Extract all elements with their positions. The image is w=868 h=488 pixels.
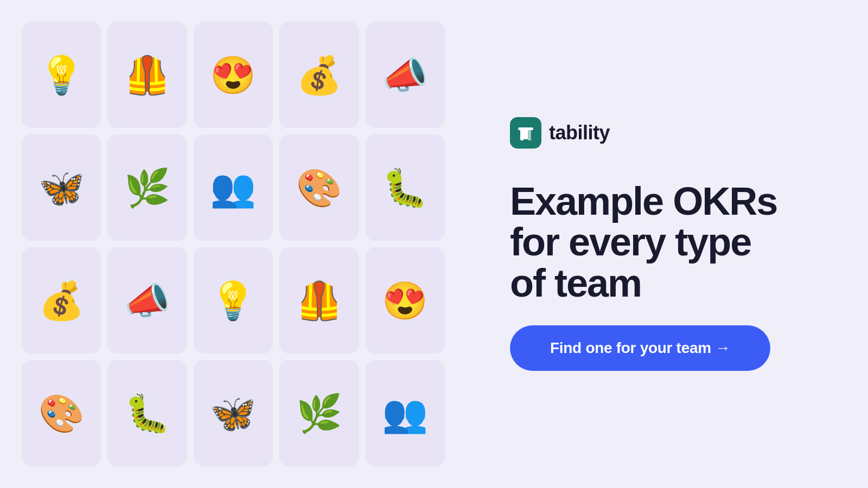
emoji-cell: 😍 bbox=[366, 247, 445, 354]
emoji-cell: 👥 bbox=[366, 360, 445, 466]
emoji-cell: 🦋 bbox=[194, 360, 273, 466]
emoji-cell: 🐛 bbox=[366, 134, 445, 241]
emoji-cell: 🦺 bbox=[107, 22, 187, 128]
headline-line1: Example OKRs bbox=[510, 181, 825, 222]
emoji-cell: 🦺 bbox=[279, 247, 359, 354]
logo-area: tability bbox=[510, 117, 825, 149]
emoji-cell: 💰 bbox=[279, 22, 359, 128]
find-team-button[interactable]: Find one for your team → bbox=[510, 325, 770, 371]
emoji-cell: 🎨 bbox=[279, 134, 359, 241]
headline: Example OKRs for every type of team bbox=[510, 181, 825, 304]
emoji-cell: 👥 bbox=[194, 134, 273, 241]
emoji-cell: 💰 bbox=[22, 247, 101, 354]
emoji-cell: 🎨 bbox=[22, 360, 101, 466]
emoji-cell: 🐛 bbox=[107, 360, 187, 466]
emoji-cell: 🦋 bbox=[22, 134, 101, 241]
emoji-cell: 😍 bbox=[194, 22, 273, 128]
emoji-cell: 📣 bbox=[366, 22, 445, 128]
emoji-cell: 💡 bbox=[22, 22, 101, 128]
right-panel: tability Example OKRs for every type of … bbox=[467, 0, 868, 488]
tability-logo-icon bbox=[510, 117, 541, 149]
svg-rect-1 bbox=[524, 127, 528, 139]
emoji-cell: 💡 bbox=[194, 247, 273, 354]
logo-text: tability bbox=[549, 121, 610, 144]
emoji-cell: 📣 bbox=[107, 247, 187, 354]
headline-line3: of team bbox=[510, 263, 825, 304]
emoji-cell: 🌿 bbox=[279, 360, 359, 466]
emoji-cell: 🌿 bbox=[107, 134, 187, 241]
emoji-grid: 💡 🦺 😍 💰 📣 🦋 🌿 👥 🎨 🐛 💰 📣 💡 🦺 😍 🎨 🐛 🦋 🌿 👥 bbox=[0, 0, 467, 488]
headline-line2: for every type bbox=[510, 222, 825, 263]
